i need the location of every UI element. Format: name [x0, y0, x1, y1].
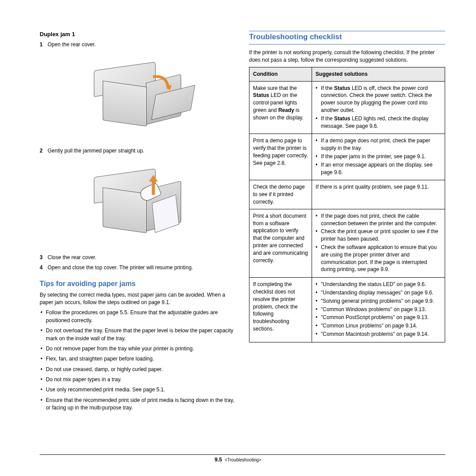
step-row: 2 Gently pull the jammed paper straight … — [40, 147, 236, 155]
condition-cell: Print a short document from a software a… — [249, 209, 312, 277]
list-item: "Solving general printing problems" on p… — [316, 298, 441, 305]
list-item: "Understanding the status LED" on page 9… — [316, 281, 441, 288]
checklist-intro: If the printer is not working properly, … — [249, 49, 445, 64]
condition-cell: If completing the checklist does not res… — [249, 278, 312, 342]
list-item: Do not overload the tray. Ensure that th… — [40, 327, 236, 342]
list-item: If an error message appears on the displ… — [316, 161, 441, 176]
page-number: 9.5 — [215, 457, 222, 463]
condition-cell: Print a demo page to verify that the pri… — [249, 134, 312, 180]
footer-divider — [40, 454, 445, 455]
step-number: 3 — [40, 254, 48, 261]
chapter-label: <Troubleshooting> — [225, 457, 261, 462]
condition-cell: Make sure that the Status LED on the con… — [249, 81, 312, 134]
list-item: If the paper jams in the printer, see pa… — [316, 153, 441, 160]
printer-illustration-open-cover — [76, 53, 200, 141]
duplex-jam-heading: Duplex jam 1 — [40, 31, 236, 37]
solution-cell: If there is a print quality problem, see… — [312, 180, 445, 209]
list-item: Check the software application to ensure… — [316, 244, 441, 273]
list-item: Ensure that the recommended print side o… — [40, 397, 236, 412]
tips-intro: By selecting the correct media types, mo… — [40, 291, 236, 307]
tips-heading: Tips for avoiding paper jams — [40, 280, 236, 288]
list-item: Follow the procedures on page 5.5. Ensur… — [40, 309, 236, 324]
list-item: "Common PostScript problems" on page 9.1… — [316, 314, 441, 321]
step-row: 3 Close the rear cover. — [40, 254, 236, 261]
page-footer: 9.5 <Troubleshooting> — [0, 457, 476, 463]
solution-cell: If the Status LED is off, check the powe… — [312, 81, 445, 134]
step-number: 2 — [40, 147, 48, 155]
solution-cell: "Understanding the status LED" on page 9… — [312, 278, 445, 342]
checklist-table: Condition Suggested solutions Make sure … — [249, 67, 445, 342]
solution-cell: If a demo page does not print, check the… — [312, 134, 445, 180]
step-number: 1 — [40, 41, 48, 48]
step-row: 1 Open the rear cover. — [40, 41, 236, 48]
table-row: Print a short document from a software a… — [249, 209, 445, 277]
step-text: Open and close the top cover. The printe… — [48, 264, 236, 271]
list-item: "Understanding display messages" on page… — [316, 289, 441, 297]
list-item: If a demo page does not print, check the… — [316, 137, 441, 152]
table-header-condition: Condition — [249, 67, 312, 81]
list-item: If the Status LED is off, check the powe… — [316, 85, 441, 114]
list-item: If the Status LED lights red, check the … — [316, 115, 441, 130]
up-arrow-icon — [145, 173, 162, 198]
list-item: "Common Macintosh problems" on page 9.14… — [316, 331, 441, 338]
step-text: Open the rear cover. — [48, 41, 236, 48]
divider — [249, 44, 445, 45]
step-row: 4 Open and close the top cover. The prin… — [40, 264, 236, 271]
list-item: "Common Linux problems" on page 9.14. — [316, 322, 441, 330]
condition-cell: Check the demo page to see if it printed… — [249, 180, 312, 209]
list-item: "Common Windows problems" on page 9.13. — [316, 306, 441, 313]
table-row: Print a demo page to verify that the pri… — [249, 134, 445, 180]
table-row: If completing the checklist does not res… — [249, 278, 445, 342]
list-item: Use only recommended print media. See pa… — [40, 386, 236, 394]
list-item: Check the print queue or print spooler t… — [316, 228, 441, 243]
list-item: Do not mix paper types in a tray. — [40, 376, 236, 383]
left-column: Duplex jam 1 1 Open the rear cover. 2 Ge… — [40, 31, 236, 415]
list-item: Do not remove paper from the tray while … — [40, 345, 236, 353]
step-number: 4 — [40, 264, 48, 271]
table-header-solutions: Suggested solutions — [312, 67, 445, 81]
tips-list: Follow the procedures on page 5.5. Ensur… — [40, 309, 236, 412]
curved-arrow-icon — [149, 73, 173, 97]
list-item: Do not use creased, damp, or highly curl… — [40, 366, 236, 373]
table-row: Check the demo page to see if it printed… — [249, 180, 445, 209]
list-item: Flex, fan, and straighten paper before l… — [40, 355, 236, 363]
right-column: Troubleshooting checklist If the printer… — [249, 31, 445, 415]
list-item: If the page does not print, check the ca… — [316, 212, 441, 227]
step-text: Gently pull the jammed paper straight up… — [48, 147, 236, 155]
printer-illustration-pull-paper — [76, 160, 200, 248]
checklist-heading: Troubleshooting checklist — [249, 33, 445, 41]
divider — [249, 31, 445, 31]
table-row: Make sure that the Status LED on the con… — [249, 81, 445, 134]
solution-cell: If the page does not print, check the ca… — [312, 209, 445, 277]
step-text: Close the rear cover. — [48, 254, 236, 261]
